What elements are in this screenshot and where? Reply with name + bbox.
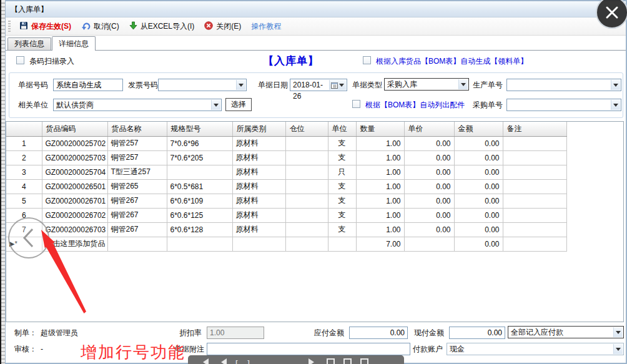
cell-name[interactable]: T型三通257 (107, 165, 167, 179)
col-category[interactable]: 所属类别 (232, 122, 285, 136)
cell-unit[interactable]: 支 (328, 150, 356, 165)
cell-location[interactable] (285, 136, 328, 150)
cell-amount[interactable]: 0.00 (454, 179, 503, 194)
cell-remark[interactable] (503, 179, 566, 194)
cell-remark[interactable] (503, 194, 566, 208)
cell-unit[interactable]: 支 (328, 222, 356, 237)
payable-mode-combo[interactable]: 全部记入应付款 (508, 326, 624, 338)
select-button[interactable]: 选择 (225, 98, 252, 111)
cell-remark[interactable] (503, 208, 566, 222)
cell-category[interactable]: 原材料 (232, 136, 285, 150)
cell-spec[interactable]: 7*0.6*96 (167, 136, 232, 150)
region-brackets-icon[interactable]: [ ] (235, 358, 254, 364)
cell-name[interactable]: 铜管257 (107, 150, 167, 165)
note-input[interactable] (207, 343, 410, 355)
cell-price[interactable]: 0.00 (404, 194, 454, 208)
cell-location[interactable] (285, 165, 328, 179)
cell-location[interactable] (285, 194, 328, 208)
cell-amount[interactable]: 0.00 (454, 136, 503, 150)
cell-remark[interactable] (503, 136, 566, 150)
cell-remark[interactable] (503, 222, 566, 237)
cell-category[interactable]: 原材料 (232, 222, 285, 237)
tab-list-info[interactable]: 列表信息 (7, 37, 51, 50)
close-button[interactable]: 关闭(E) (199, 19, 246, 34)
cell-category[interactable]: 原材料 (232, 194, 285, 208)
payable-input[interactable] (349, 327, 408, 339)
cell-remark[interactable] (503, 165, 566, 179)
window-icon[interactable] (343, 358, 352, 364)
cell-remark[interactable] (503, 150, 566, 165)
doc-no-input[interactable] (53, 79, 123, 91)
cell-spec[interactable] (167, 165, 232, 179)
excel-import-button[interactable]: 从EXCEL导入(I) (124, 19, 200, 34)
cell-spec[interactable]: 6*0.6*109 (167, 194, 232, 208)
cell-no[interactable]: 5 (6, 194, 42, 208)
chevron-down-icon[interactable] (458, 79, 468, 89)
prev-icon[interactable] (199, 358, 209, 364)
cell-no[interactable]: 2 (6, 150, 42, 165)
chevron-down-icon[interactable] (236, 80, 245, 90)
cell-amount[interactable]: 0.00 (454, 222, 503, 237)
cell-qty[interactable]: 1.00 (356, 222, 404, 237)
purchase-no-combo[interactable] (506, 99, 621, 111)
calendar-icon[interactable] (329, 80, 346, 90)
cell-code[interactable]: GZ000200025703 (42, 150, 107, 165)
cell-price[interactable]: 0.00 (404, 165, 454, 179)
discount-input[interactable] (207, 327, 264, 339)
cell-amount[interactable]: 0.00 (454, 194, 503, 208)
cell-amount[interactable]: 0.00 (454, 150, 503, 165)
bom-list-checkbox[interactable] (352, 100, 360, 109)
cell-unit[interactable]: 支 (328, 194, 356, 208)
col-code[interactable]: 货品编码 (42, 122, 107, 136)
col-name[interactable]: 货品名称 (107, 122, 167, 136)
barcode-scan-checkbox[interactable] (16, 56, 24, 65)
cell-unit[interactable]: 只 (328, 165, 356, 179)
window-icon[interactable] (360, 358, 368, 364)
cell-qty[interactable]: 1.00 (356, 179, 404, 194)
cell-unit[interactable]: 支 (328, 208, 356, 222)
cell-category[interactable]: 原材料 (232, 165, 285, 179)
chevron-down-icon[interactable] (613, 327, 623, 337)
cell-price[interactable]: 0.00 (404, 222, 454, 237)
cell-code[interactable]: GZ000200026701 (42, 194, 107, 208)
bom-generate-checkbox[interactable] (363, 56, 371, 65)
cell-spec[interactable]: 7*0.6*205 (167, 150, 232, 165)
cell-amount[interactable]: 0.00 (454, 165, 503, 179)
cell-name[interactable]: 铜管257 (107, 136, 167, 150)
cash-input[interactable] (449, 327, 505, 339)
cell-category[interactable]: 原材料 (232, 179, 285, 194)
chevron-down-icon[interactable] (211, 100, 220, 110)
chevron-down-icon[interactable] (611, 80, 620, 90)
account-combo[interactable]: 现金 (447, 343, 624, 355)
col-qty[interactable]: 数量 (356, 122, 404, 136)
cell-location[interactable] (285, 150, 328, 165)
cell-price[interactable]: 0.00 (404, 136, 454, 150)
cell-no[interactable]: 4 (6, 179, 42, 194)
invoice-combo[interactable] (158, 79, 247, 91)
chevron-down-icon[interactable] (611, 100, 620, 110)
cell-spec[interactable]: 6*0.6*125 (167, 208, 232, 222)
cell-no[interactable]: 1 (6, 136, 42, 150)
cell-amount[interactable]: 0.00 (454, 208, 503, 222)
window-icon[interactable] (327, 358, 335, 364)
col-price[interactable]: 单价 (404, 122, 454, 136)
col-rownum[interactable] (6, 122, 42, 136)
cell-location[interactable] (285, 208, 328, 222)
cell-name[interactable]: 铜管267 (107, 208, 167, 222)
col-remark[interactable]: 备注 (503, 122, 566, 136)
date-picker[interactable]: 2018-01-26 (290, 79, 347, 91)
cell-name[interactable]: 铜管265 (107, 179, 167, 194)
overlay-close-button[interactable] (596, 1, 625, 29)
cell-unit[interactable]: 支 (328, 179, 356, 194)
cell-qty[interactable]: 1.00 (356, 194, 404, 208)
tab-detail-info[interactable]: 详细信息 (52, 36, 96, 51)
prev-icon[interactable] (217, 358, 227, 364)
cell-location[interactable] (285, 222, 328, 237)
cell-qty[interactable]: 1.00 (356, 208, 404, 222)
cell-unit[interactable]: 支 (328, 136, 356, 150)
cell-code[interactable]: GZ000200025702 (42, 136, 107, 150)
col-amount[interactable]: 金额 (454, 122, 503, 136)
floating-capture-toolbar[interactable]: [ ] (188, 355, 404, 364)
save-button[interactable]: 保存生效(S) (14, 19, 76, 34)
cell-qty[interactable]: 1.00 (356, 150, 404, 165)
